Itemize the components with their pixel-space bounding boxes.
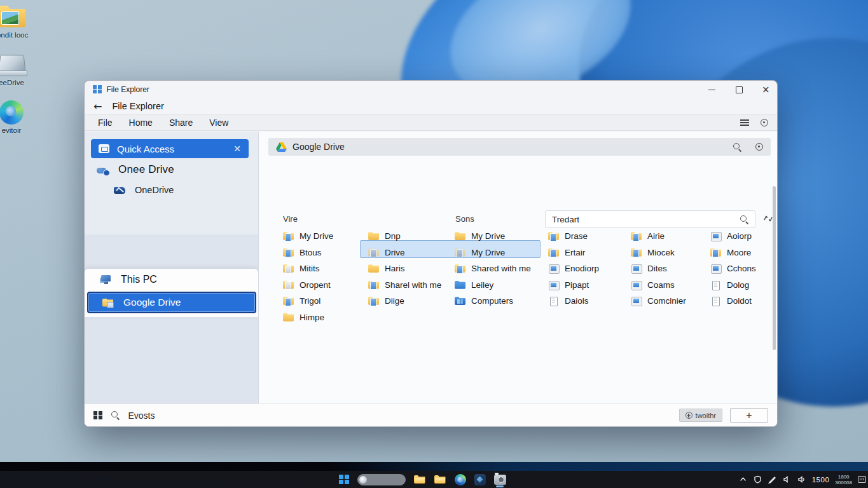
details-view-icon[interactable] (740, 119, 749, 126)
file-item[interactable]: Drase (548, 228, 627, 245)
tray-shield-icon[interactable] (754, 475, 762, 484)
file-item[interactable]: My Drive (455, 228, 545, 245)
desktop-icon[interactable]: eeDrive (0, 53, 34, 86)
file-item[interactable]: Computers (455, 293, 545, 309)
taskbar-search-pill[interactable] (357, 474, 406, 485)
wallpaper-dark-band (0, 462, 868, 471)
taskbar-file-explorer-icon[interactable] (414, 475, 426, 484)
file-column-6: Aoiorp Moore Cchons (710, 228, 776, 309)
tray-chevron-up-icon[interactable] (739, 475, 748, 484)
back-arrow-icon[interactable]: ← (93, 100, 102, 112)
tray-keyboard-icon[interactable] (858, 476, 866, 483)
file-item[interactable]: Btous (283, 245, 364, 261)
file-item[interactable]: Coams (631, 277, 707, 294)
file-label: Doldot (727, 296, 752, 306)
file-explorer-icon (93, 85, 102, 94)
quick-access-label: Quick Access (117, 144, 226, 154)
close-button[interactable]: × (762, 86, 769, 93)
sidebar-lower-panel (85, 234, 258, 403)
file-item[interactable]: Haris (368, 261, 452, 277)
file-item[interactable]: Airie (631, 228, 707, 245)
file-item[interactable]: Oropent (283, 277, 364, 294)
timer-button[interactable]: twoithr (679, 409, 722, 422)
file-item[interactable]: Dites (631, 261, 707, 277)
file-item[interactable]: My Drive (283, 228, 364, 245)
status-search-icon[interactable] (111, 411, 120, 419)
window-titlebar[interactable]: File Explorer × (85, 81, 777, 98)
file-icon (455, 280, 466, 290)
desktop-icon-label: eeDrive (0, 79, 24, 86)
file-item[interactable]: Enodiorp (548, 261, 627, 277)
sidebar-item-quick-access[interactable]: Quick Access ✕ (91, 139, 249, 158)
recent-icon[interactable] (755, 143, 763, 151)
quick-access-close-icon[interactable]: ✕ (233, 144, 241, 154)
address-bar[interactable]: Google Drive (268, 138, 771, 156)
file-item[interactable]: Shared with me (455, 261, 545, 277)
file-icon (631, 231, 642, 241)
file-item[interactable]: Diige (368, 293, 452, 309)
sidebar-item-onedrive-parent[interactable]: Onee Drive (96, 163, 174, 176)
files-search-input[interactable]: Tredart (545, 210, 755, 228)
search-box-icon[interactable] (740, 215, 748, 224)
file-icon (368, 231, 380, 241)
file-item[interactable]: Dnp (368, 228, 452, 245)
this-pc-icon (100, 275, 113, 285)
menu-item[interactable]: Home (129, 118, 153, 128)
file-item[interactable]: Trigol (283, 293, 364, 309)
file-explorer-window: File Explorer × ← File Explorer File Hom… (84, 80, 778, 427)
sync-icon[interactable] (763, 214, 773, 223)
menu-item[interactable]: View (209, 118, 228, 128)
file-item[interactable]: Himpe (283, 309, 364, 326)
menu-item[interactable]: File (98, 118, 113, 128)
sidebar-item-google-drive-selected[interactable]: Google Drive (87, 292, 256, 313)
google-drive-label: Google Drive (123, 297, 181, 308)
desktop-icon[interactable]: evitoir (0, 100, 34, 134)
tray-speaker-mute-icon[interactable] (783, 475, 792, 484)
taskbar-camera-icon[interactable] (494, 475, 506, 485)
taskbar-time[interactable]: 1500 (812, 476, 830, 484)
info-icon[interactable] (761, 119, 768, 126)
search-icon[interactable] (733, 143, 741, 151)
tray-volume-icon[interactable] (797, 475, 806, 484)
desktop-icon[interactable]: tondit looc (0, 4, 34, 39)
file-item[interactable]: Aoiorp (710, 228, 776, 245)
file-item[interactable]: Daiols (548, 293, 627, 309)
sidebar-item-this-pc[interactable]: This PC (100, 274, 157, 285)
file-label: Cchons (727, 264, 756, 273)
maximize-button[interactable] (735, 86, 743, 93)
taskbar-folder-icon[interactable] (434, 475, 446, 484)
file-item[interactable]: Mitits (283, 261, 364, 277)
taskbar-date[interactable]: 1800 300008 (835, 474, 852, 485)
windows-grid-icon[interactable] (93, 411, 102, 420)
add-button[interactable]: + (730, 408, 768, 423)
file-item[interactable]: Doldot (710, 293, 776, 309)
file-item[interactable]: Leiley (455, 277, 545, 294)
file-icon (283, 231, 294, 241)
file-item[interactable]: Pipapt (548, 277, 627, 294)
onedrive-parent-label: Onee Drive (118, 163, 174, 176)
onedrive-label: OneDrive (135, 185, 174, 195)
file-item[interactable]: Cchons (710, 261, 776, 277)
tray-pen-icon[interactable] (768, 475, 777, 484)
file-item[interactable]: Dolog (710, 277, 776, 294)
file-icon (455, 248, 466, 257)
file-item[interactable]: Drive (368, 245, 452, 261)
file-item[interactable]: Comclnier (631, 293, 707, 309)
file-label: Pipapt (565, 280, 589, 290)
sidebar: Quick Access ✕ Onee Drive OneDrive This … (85, 132, 258, 403)
taskbar-edge-icon[interactable] (455, 474, 466, 485)
file-icon (548, 296, 560, 306)
file-item[interactable]: Sharel with me (368, 277, 452, 294)
sidebar-item-onedrive[interactable]: OneDrive (114, 185, 174, 195)
file-item[interactable]: My Drive (455, 245, 545, 261)
file-item[interactable]: Miocek (631, 245, 707, 261)
menu-item[interactable]: Share (169, 118, 193, 128)
start-button[interactable] (339, 475, 349, 485)
file-icon (710, 248, 722, 257)
file-label: Mitits (300, 264, 320, 273)
file-item[interactable]: Moore (710, 245, 776, 261)
file-label: Trigol (300, 296, 320, 306)
minimize-button[interactable] (708, 86, 716, 93)
taskbar-photos-icon[interactable] (474, 474, 486, 485)
file-item[interactable]: Ertair (548, 245, 627, 261)
